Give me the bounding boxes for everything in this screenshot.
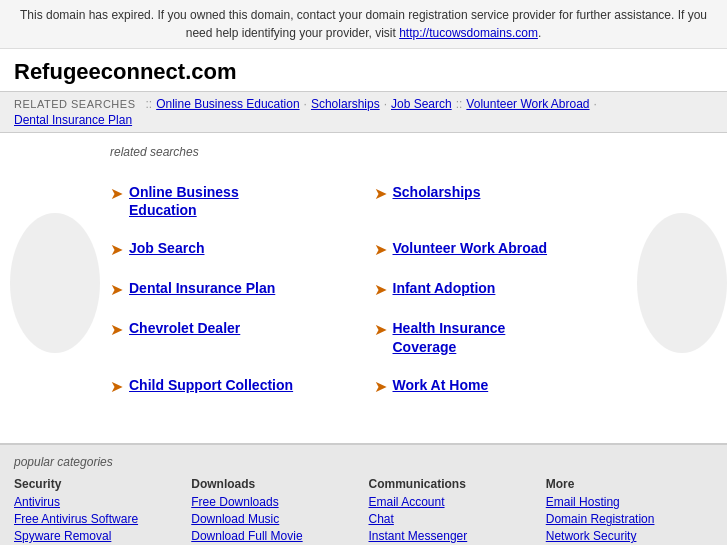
separator: :: [146, 97, 153, 111]
cat-link-domain-registration[interactable]: Domain Registration [546, 512, 713, 526]
left-decoration [0, 133, 110, 433]
list-item: ➤ Volunteer Work Abroad [374, 229, 638, 269]
category-title-communications: Communications [369, 477, 536, 491]
link-job-search[interactable]: Job Search [129, 239, 204, 257]
bullet-icon: ➤ [110, 377, 123, 396]
banner-text: This domain has expired. If you owned th… [20, 8, 707, 40]
cat-link-free-downloads[interactable]: Free Downloads [191, 495, 358, 509]
related-searches-heading: related searches [110, 145, 637, 159]
search-links-container: related searches ➤ Online BusinessEducat… [110, 133, 637, 433]
cat-link-download-music[interactable]: Download Music [191, 512, 358, 526]
right-circle [637, 213, 727, 353]
category-col-downloads: Downloads Free Downloads Download Music … [191, 477, 358, 545]
link-volunteer-work-abroad[interactable]: Volunteer Work Abroad [393, 239, 548, 257]
link-health-insurance-coverage[interactable]: Health InsuranceCoverage [393, 319, 506, 355]
category-title-security: Security [14, 477, 181, 491]
separator: :: [456, 97, 463, 111]
bullet-icon: ➤ [110, 240, 123, 259]
related-searches-label: RELATED SEARCHES [14, 98, 136, 110]
list-item: ➤ Child Support Collection [110, 366, 374, 406]
categories-grid: Security Antivirus Free Antivirus Softwa… [14, 477, 713, 545]
cat-link-spyware-removal[interactable]: Spyware Removal [14, 529, 181, 543]
separator: · [594, 97, 597, 111]
search-links-grid: ➤ Online BusinessEducation ➤ Scholarship… [110, 173, 637, 406]
list-item: ➤ Infant Adoption [374, 269, 638, 309]
cat-link-instant-messenger[interactable]: Instant Messenger [369, 529, 536, 543]
bullet-icon: ➤ [374, 280, 387, 299]
list-item: ➤ Scholarships [374, 173, 638, 229]
list-item: ➤ Chevrolet Dealer [110, 309, 374, 365]
cat-link-chat[interactable]: Chat [369, 512, 536, 526]
bullet-icon: ➤ [374, 184, 387, 203]
bar-link-volunteer-work-abroad[interactable]: Volunteer Work Abroad [466, 97, 589, 111]
separator: · [384, 97, 387, 111]
category-title-downloads: Downloads [191, 477, 358, 491]
cat-link-email-account[interactable]: Email Account [369, 495, 536, 509]
tucows-link[interactable]: http://tucowsdomains.com [399, 26, 538, 40]
cat-link-email-hosting[interactable]: Email Hosting [546, 495, 713, 509]
domain-expired-banner: This domain has expired. If you owned th… [0, 0, 727, 49]
link-online-business-education[interactable]: Online BusinessEducation [129, 183, 239, 219]
related-searches-bar: RELATED SEARCHES :: Online Business Educ… [0, 91, 727, 133]
bar-link-job-search[interactable]: Job Search [391, 97, 452, 111]
category-col-communications: Communications Email Account Chat Instan… [369, 477, 536, 545]
cat-link-free-antivirus-software[interactable]: Free Antivirus Software [14, 512, 181, 526]
list-item: ➤ Dental Insurance Plan [110, 269, 374, 309]
list-item: ➤ Online BusinessEducation [110, 173, 374, 229]
bullet-icon: ➤ [374, 377, 387, 396]
right-decoration [637, 133, 727, 433]
bullet-icon: ➤ [110, 280, 123, 299]
link-child-support-collection[interactable]: Child Support Collection [129, 376, 293, 394]
link-chevrolet-dealer[interactable]: Chevrolet Dealer [129, 319, 240, 337]
popular-categories-label: popular categories [14, 455, 713, 469]
bullet-icon: ➤ [374, 320, 387, 339]
bullet-icon: ➤ [110, 320, 123, 339]
site-title: Refugeeconnect.com [0, 49, 727, 91]
bullet-icon: ➤ [110, 184, 123, 203]
list-item: ➤ Work At Home [374, 366, 638, 406]
cat-link-download-full-movie[interactable]: Download Full Movie [191, 529, 358, 543]
category-col-security: Security Antivirus Free Antivirus Softwa… [14, 477, 181, 545]
bar-link-dental-insurance-plan[interactable]: Dental Insurance Plan [14, 113, 132, 127]
separator: · [304, 97, 307, 111]
cat-link-network-security[interactable]: Network Security [546, 529, 713, 543]
list-item: ➤ Job Search [110, 229, 374, 269]
category-title-more: More [546, 477, 713, 491]
bar-link-scholarships[interactable]: Scholarships [311, 97, 380, 111]
left-circle [10, 213, 100, 353]
category-col-more: More Email Hosting Domain Registration N… [546, 477, 713, 545]
main-content: related searches ➤ Online BusinessEducat… [0, 133, 727, 433]
link-infant-adoption[interactable]: Infant Adoption [393, 279, 496, 297]
bullet-icon: ➤ [374, 240, 387, 259]
popular-categories-section: popular categories Security Antivirus Fr… [0, 443, 727, 545]
link-scholarships[interactable]: Scholarships [393, 183, 481, 201]
link-dental-insurance-plan[interactable]: Dental Insurance Plan [129, 279, 275, 297]
link-work-at-home[interactable]: Work At Home [393, 376, 489, 394]
cat-link-antivirus[interactable]: Antivirus [14, 495, 181, 509]
bar-link-online-business-education[interactable]: Online Business Education [156, 97, 299, 111]
list-item: ➤ Health InsuranceCoverage [374, 309, 638, 365]
